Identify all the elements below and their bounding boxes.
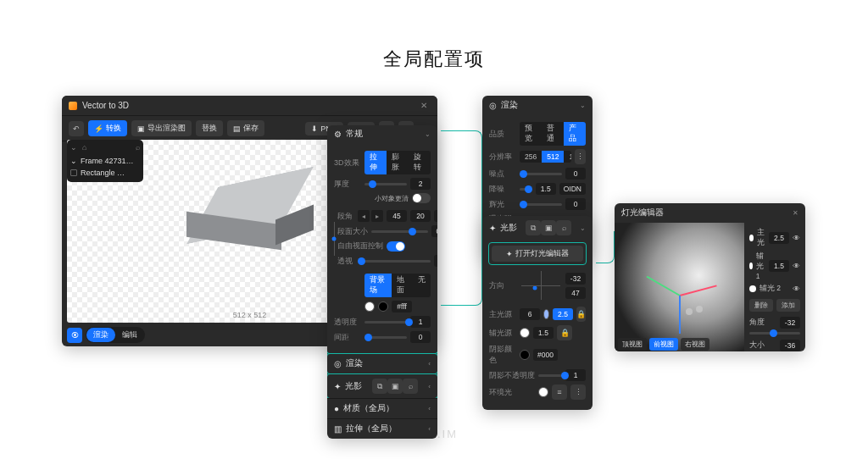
mode-edit[interactable]: 编辑 <box>115 328 144 342</box>
replace-button[interactable]: 替换 <box>196 120 223 136</box>
fx-segment[interactable]: 拉伸膨胀旋转 <box>364 151 431 174</box>
section-render-header[interactable]: ◎渲染‹ <box>327 354 437 373</box>
shadow-op-slider[interactable] <box>538 374 562 377</box>
lighting-header[interactable]: ✦光影 ⧉ ▣ ⌕ ⌄ <box>482 216 593 240</box>
spacing-value[interactable]: 0 <box>410 331 431 343</box>
render-header[interactable]: ◎渲染⌄ <box>482 96 593 115</box>
small-refine-toggle[interactable] <box>412 193 431 203</box>
shadow-op-value[interactable]: 1 <box>565 369 586 381</box>
denoise-slider[interactable] <box>520 188 532 191</box>
main-sat[interactable]: 2.5 <box>553 308 573 320</box>
angle-value[interactable]: -32 <box>780 317 800 329</box>
light-aux2[interactable]: 辅光 2👁 <box>749 284 800 294</box>
eye-icon[interactable]: 👁 <box>793 285 800 293</box>
view-front[interactable]: 前视图 <box>649 338 678 351</box>
undo-icon[interactable]: ↶ <box>69 121 84 136</box>
bevel-off2[interactable]: 0.4 <box>434 210 437 222</box>
res-segment[interactable]: 2565121024 <box>520 151 571 163</box>
bg-black-swatch[interactable] <box>378 301 388 312</box>
bevel-size-value[interactable]: 0.74 <box>431 225 437 237</box>
freecam-toggle[interactable] <box>387 241 405 252</box>
paste-icon[interactable]: ▣ <box>541 220 556 235</box>
search-icon[interactable]: ⌕ <box>136 143 140 152</box>
gloss-value[interactable]: 0 <box>565 198 586 210</box>
arrow-left-icon[interactable]: ◂ <box>358 210 370 222</box>
persp-value[interactable]: 0 <box>434 255 437 267</box>
convert-button[interactable]: ⚡转换 <box>88 120 127 136</box>
dir-x[interactable]: -32 <box>565 273 586 285</box>
view-icon[interactable]: ⦿ <box>67 328 82 343</box>
denoise-value[interactable]: 1.5 <box>536 183 556 195</box>
aux-size[interactable]: 1.5 <box>533 327 554 339</box>
delete-light-button[interactable]: 删除 <box>749 299 773 312</box>
aux-color-swatch[interactable] <box>520 328 530 338</box>
main-color-swatch[interactable] <box>543 309 549 319</box>
shadow-hex[interactable]: #000 <box>533 349 558 361</box>
layer-frame[interactable]: ⌄ Frame 42731… <box>70 155 140 167</box>
close-icon[interactable]: ✕ <box>793 209 798 217</box>
persp-slider[interactable] <box>358 260 431 263</box>
lightning-icon: ⚡ <box>94 124 103 133</box>
search-icon[interactable]: ⌕ <box>556 220 571 235</box>
dir-y[interactable]: 47 <box>565 287 586 299</box>
view-tabs[interactable]: 顶视图 前视图 右视图 <box>618 338 709 351</box>
more-icon[interactable]: ⋮ <box>570 384 586 400</box>
search-icon[interactable]: ⌕ <box>403 379 418 394</box>
menu-icon[interactable]: ≡ <box>552 384 567 400</box>
section-extrude-header[interactable]: ▥拉伸（全局）‹ <box>327 419 437 439</box>
light-editor-header[interactable]: 灯光编辑器✕ <box>615 203 805 223</box>
spacing-slider[interactable] <box>364 336 407 339</box>
close-icon[interactable]: ✕ <box>417 101 431 110</box>
quality-segment[interactable]: 预览普通产品 <box>520 122 586 146</box>
bg-white-swatch[interactable] <box>364 301 375 312</box>
dir-cross-control[interactable] <box>521 271 560 300</box>
denoise-mode[interactable]: OIDN <box>559 183 586 195</box>
light-aux1[interactable]: 辅光 11.5👁 <box>749 252 800 280</box>
opacity-value[interactable]: 1 <box>410 316 431 328</box>
lock-icon[interactable]: 🔒 <box>576 307 586 322</box>
res-label: 分辨率 <box>489 152 516 163</box>
bg-hex[interactable]: #fff <box>392 301 412 312</box>
add-light-button[interactable]: 添加 <box>776 299 800 312</box>
light-main[interactable]: 主光2.5👁 <box>749 228 800 248</box>
eye-icon[interactable]: 👁 <box>793 234 800 242</box>
copy-icon[interactable]: ⧉ <box>372 379 387 394</box>
save-button[interactable]: ▤保存 <box>227 120 264 136</box>
depth-slider[interactable] <box>364 183 407 185</box>
copy-icon[interactable]: ⧉ <box>526 220 541 235</box>
mode-render[interactable]: 渲染 <box>86 328 115 342</box>
bevel-off[interactable]: 20 <box>410 210 431 222</box>
eye-icon[interactable]: 👁 <box>793 262 800 270</box>
paste-icon[interactable]: ▣ <box>387 379 403 394</box>
page-title: 全局配置项 <box>0 47 868 72</box>
main-count[interactable]: 6 <box>520 308 540 320</box>
angle-slider[interactable] <box>749 332 800 335</box>
size-value[interactable]: -36 <box>780 340 800 351</box>
view-top[interactable]: 顶视图 <box>618 338 647 351</box>
arrow-right-icon[interactable]: ▸ <box>371 210 383 222</box>
shadow-swatch[interactable] <box>520 350 530 360</box>
bg-segment[interactable]: 背景场地面无 <box>364 274 431 297</box>
export-render-button[interactable]: ▣导出渲染图 <box>131 120 192 136</box>
noise-slider[interactable] <box>520 173 562 175</box>
opacity-slider[interactable] <box>364 321 407 324</box>
bevel-dir[interactable]: 45 <box>387 210 407 222</box>
gloss-slider[interactable] <box>520 203 562 206</box>
more-icon[interactable]: ⋮ <box>575 149 586 164</box>
bevel-size-slider[interactable] <box>371 230 428 233</box>
section-lighting-header[interactable]: ✦光影 ⧉ ▣ ⌕ ‹ <box>327 374 437 398</box>
section-general-header[interactable]: ⚙常规⌄ <box>327 125 437 144</box>
chevron-down-icon[interactable]: ⌄ <box>70 143 77 152</box>
layer-rectangle[interactable]: Rectangle … <box>70 167 140 179</box>
env-swatch[interactable] <box>538 387 548 397</box>
open-light-editor-button[interactable]: ✦打开灯光编辑器 <box>492 246 583 262</box>
depth-value[interactable]: 2 <box>410 178 431 190</box>
light-editor-viewport[interactable]: 顶视图 前视图 右视图 <box>615 223 744 351</box>
home-icon[interactable]: ⌂ <box>82 143 86 152</box>
view-right[interactable]: 右视图 <box>681 338 709 351</box>
bevel-label: 段角 <box>337 211 354 222</box>
noise-value[interactable]: 0 <box>565 168 586 180</box>
section-material-header[interactable]: ●材质（全局）‹ <box>327 399 437 418</box>
lock-icon[interactable]: 🔒 <box>557 325 572 340</box>
mode-segment[interactable]: 渲染 编辑 <box>86 327 145 343</box>
